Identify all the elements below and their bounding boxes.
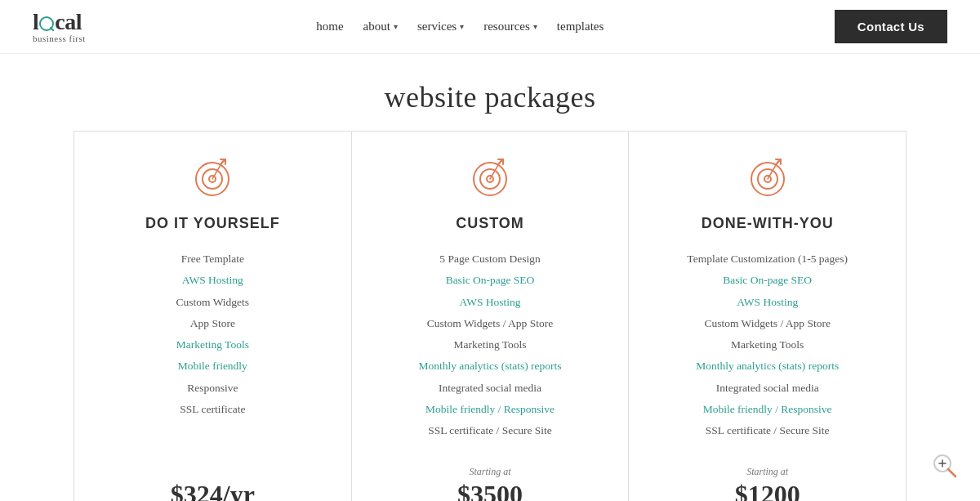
- feature-item: Mobile friendly / Responsive: [687, 399, 848, 420]
- nav-about[interactable]: about ▾: [363, 20, 398, 34]
- target-icon-dwu: [745, 156, 791, 202]
- price-wrap-dwu: Starting at $1200: [735, 466, 800, 501]
- logo-subtitle: business first: [33, 34, 86, 43]
- svg-line-1: [51, 28, 54, 31]
- feature-item: AWS Hosting: [418, 292, 561, 313]
- nav-templates[interactable]: templates: [557, 20, 604, 34]
- feature-item: AWS Hosting: [687, 292, 848, 313]
- feature-item: Basic On-page SEO: [687, 270, 848, 291]
- feature-item: Monthly analytics (stats) reports: [418, 356, 561, 377]
- contact-us-button[interactable]: Contact Us: [835, 10, 947, 43]
- feature-item: App Store: [176, 313, 250, 334]
- nav-services[interactable]: services ▾: [417, 20, 464, 34]
- site-header: l cal business first home about ▾ servic…: [0, 0, 980, 54]
- starting-at-custom: Starting at: [457, 466, 523, 478]
- target-icon-diy: [189, 156, 235, 202]
- price-wrap-custom: Starting at $3500: [457, 466, 523, 501]
- feature-item: Responsive: [176, 378, 250, 399]
- card-title-diy: DO IT YOURSELF: [145, 215, 280, 232]
- pricing-card-dwu: DONE-WITH-YOU Template Customization (1-…: [628, 131, 906, 501]
- main-nav: home about ▾ services ▾ resources ▾ temp…: [316, 20, 604, 34]
- features-list-diy: Free Template AWS Hosting Custom Widgets…: [176, 248, 250, 455]
- price-diy: $324/yr: [171, 480, 255, 501]
- feature-item: Mobile friendly: [176, 356, 250, 377]
- features-list-dwu: Template Customization (1-5 pages) Basic…: [687, 248, 848, 441]
- zoom-icon: [931, 452, 960, 481]
- logo[interactable]: l cal business first: [33, 11, 86, 43]
- feature-item: Marketing Tools: [176, 334, 250, 356]
- feature-item: Free Template: [176, 248, 250, 270]
- target-icon-custom: [467, 156, 513, 202]
- feature-item: Custom Widgets / App Store: [418, 313, 561, 334]
- nav-home[interactable]: home: [316, 20, 343, 34]
- pricing-card-diy: DO IT YOURSELF Free Template AWS Hosting…: [74, 131, 351, 501]
- feature-item: 5 Page Custom Design: [418, 248, 561, 270]
- feature-item: Template Customization (1-5 pages): [687, 248, 848, 270]
- feature-item: Marketing Tools: [418, 334, 561, 356]
- logo-text: l cal: [33, 11, 82, 34]
- page-title: website packages: [0, 80, 980, 114]
- svg-line-24: [948, 469, 956, 476]
- feature-item: AWS Hosting: [176, 270, 250, 291]
- pricing-grid: DO IT YOURSELF Free Template AWS Hosting…: [41, 131, 939, 501]
- feature-item: Marketing Tools: [687, 334, 848, 356]
- feature-item: Custom Widgets: [176, 292, 250, 313]
- feature-item: SSL certificate / Secure Site: [418, 420, 561, 441]
- about-chevron-icon: ▾: [394, 22, 398, 31]
- resources-chevron-icon: ▾: [533, 22, 537, 31]
- nav-resources[interactable]: resources ▾: [483, 20, 537, 34]
- feature-item: SSL certificate / Secure Site: [687, 420, 848, 441]
- feature-item: Monthly analytics (stats) reports: [687, 356, 848, 377]
- feature-item: Basic On-page SEO: [418, 270, 561, 291]
- feature-item: SSL certificate: [176, 399, 250, 420]
- card-title-custom: CUSTOM: [456, 215, 524, 232]
- price-wrap-diy: $324/yr: [171, 480, 255, 501]
- page-title-section: website packages: [0, 54, 980, 131]
- price-custom: $3500: [457, 480, 523, 501]
- feature-item: Mobile friendly / Responsive: [418, 399, 561, 420]
- pricing-card-custom: CUSTOM 5 Page Custom Design Basic On-pag…: [351, 131, 629, 501]
- feature-item: Integrated social media: [418, 378, 561, 399]
- card-title-dwu: DONE-WITH-YOU: [702, 215, 834, 232]
- features-list-custom: 5 Page Custom Design Basic On-page SEO A…: [418, 248, 561, 441]
- zoom-icon-wrap: [931, 452, 960, 481]
- services-chevron-icon: ▾: [460, 22, 464, 31]
- logo-o: [38, 11, 55, 34]
- starting-at-dwu: Starting at: [735, 466, 800, 478]
- feature-item: Integrated social media: [687, 378, 848, 399]
- feature-item: Custom Widgets / App Store: [687, 313, 848, 334]
- price-dwu: $1200: [735, 480, 800, 501]
